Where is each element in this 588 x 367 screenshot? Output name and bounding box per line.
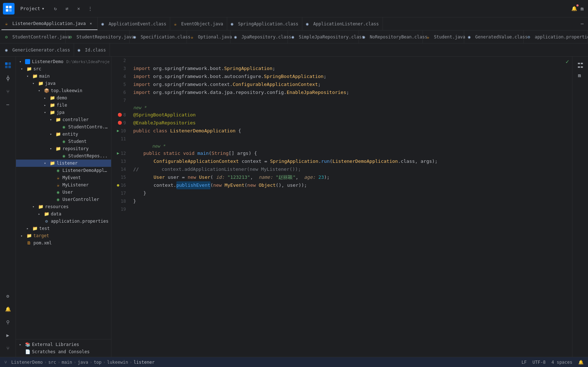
java-user-icon: ◉ (55, 189, 61, 195)
sidebar-git-icon[interactable]: ⑂ (2, 342, 14, 354)
tree-pom-xml[interactable]: ▸ 🗎 pom.xml (16, 239, 111, 247)
tree-listener[interactable]: ▾ 📁 listener (16, 160, 111, 167)
status-notifications[interactable]: 🔔 (577, 360, 585, 365)
tree-user-ctrl[interactable]: ▸ ◉ UserController (16, 196, 111, 203)
editor-content[interactable]: 2 3 4 5 6 7 (111, 57, 572, 357)
tree-entity[interactable]: ▾ 📁 entity (16, 131, 111, 138)
breadcrumb-src[interactable]: src (48, 360, 56, 365)
debug-gutter-8[interactable]: 🔴 (118, 111, 122, 119)
svg-rect-11 (25, 59, 30, 64)
tree-student-repo[interactable]: ▸ ◉ StudentRepos... (16, 152, 111, 160)
project-icon (25, 59, 30, 65)
tree-repository[interactable]: ▾ 📁 repository (16, 145, 111, 152)
tab-app-event[interactable]: ◉ ApplicationEvent.class (98, 17, 170, 30)
tab-student[interactable]: ☕ Student.java (423, 30, 464, 43)
tab-generic-gen[interactable]: ◉ GenericGenerator.class (1, 44, 74, 56)
tree-main[interactable]: ▾ 📁 main (16, 73, 111, 80)
run-gutter-10[interactable]: ▶ (117, 127, 119, 135)
sidebar-commit-icon[interactable] (2, 73, 14, 84)
project-title[interactable]: Project ▾ (17, 4, 48, 13)
tab-specification[interactable]: ◉ Specification.class (130, 30, 187, 43)
tree-scratches[interactable]: ▸ 📄 Scratches and Consoles (16, 348, 111, 355)
tree-app-props[interactable]: ▸ ⚙ application.properties (16, 218, 111, 225)
tab-app-props[interactable]: ⚙ application.properties (524, 30, 588, 43)
tab-student-ctrl[interactable]: ⚙ StudentController.java (1, 30, 66, 43)
tab-no-repo-bean[interactable]: ◉ NoRepositoryBean.class (359, 30, 423, 43)
tree-target[interactable]: ▸ 📁 target (16, 232, 111, 239)
tab-spring-app[interactable]: ◉ SpringApplication.class (227, 17, 302, 30)
run-gutter-12[interactable]: ▶ (117, 149, 119, 157)
breadcrumb-project[interactable]: ListenerDemo (11, 360, 43, 365)
code-line-16: context.publishEvent(new MyEvent(new Obj… (130, 181, 572, 189)
debug-gutter-9[interactable]: 🔴 (118, 119, 122, 127)
project-tree-content: ▾ ListenerDemo D:\Works\IdeaProje ▾ 📁 sr… (16, 57, 111, 339)
tab-listener-demo-app[interactable]: ☕ ListenerDemoApplication.java ✕ (1, 17, 98, 30)
sidebar-project-icon[interactable] (2, 59, 14, 71)
tab-generated-value[interactable]: ◉ GeneratedValue.class (464, 30, 524, 43)
status-git-icon[interactable]: ⑂ (3, 360, 8, 365)
status-breadcrumb: ListenerDemo › src › main › java › top ›… (11, 360, 155, 365)
tree-ext-libs[interactable]: ▸ 📚 External Libraries (16, 341, 111, 348)
breadcrumb-main[interactable]: main (62, 360, 72, 365)
sidebar-branch-icon[interactable]: ⑂ (2, 86, 14, 97)
bookmark-gutter-16[interactable]: ● (117, 181, 119, 189)
sidebar-more-icon[interactable]: ⋯ (2, 99, 14, 110)
tree-user[interactable]: ▸ ◉ User (16, 189, 111, 196)
sync-button[interactable]: ⇄ (62, 4, 72, 14)
breadcrumb-top[interactable]: top (94, 360, 102, 365)
class-file-icon-3: ◉ (306, 21, 311, 26)
tree-controller[interactable]: ▾ 📁 controller (16, 116, 111, 123)
tab-close-icon[interactable]: ✕ (88, 21, 94, 26)
tab-simple-jpa[interactable]: ◉ SimpleJpaRepository.class (288, 30, 359, 43)
line-17: 17 (121, 189, 126, 197)
tree-demo[interactable]: ▸ 📁 demo (16, 94, 111, 102)
status-encoding[interactable]: UTF-8 (531, 360, 547, 365)
breadcrumb-java[interactable]: java (78, 360, 88, 365)
tree-student-ctrl[interactable]: ▸ ◉ StudentContro... (16, 123, 111, 131)
tree-my-listener[interactable]: ▸ ☕ MyListener (16, 181, 111, 189)
tab-bar-row2: ⚙ StudentController.java ⚙ StudentReposi… (0, 30, 588, 44)
tree-root[interactable]: ▾ ListenerDemo D:\Works\IdeaProje (16, 58, 111, 65)
tab-optional[interactable]: ☕ Optional.java (187, 30, 230, 43)
tab-id[interactable]: ◉ Id.class (74, 44, 110, 56)
line-13: 13 (121, 157, 126, 165)
tree-data[interactable]: ▸ 📁 data (16, 210, 111, 218)
class-file-icon-7: ◉ (363, 34, 368, 40)
bell-status-icon: 🔔 (578, 360, 584, 365)
status-indent[interactable]: 4 spaces (550, 360, 574, 365)
notification-icon[interactable]: 🔔 (569, 4, 579, 14)
code-lines: import org.springframework.boot.SpringAp… (130, 57, 572, 357)
more-button[interactable]: ⋮ (85, 4, 95, 14)
tree-jpa[interactable]: ▾ 📁 jpa (16, 109, 111, 116)
tree-java[interactable]: ▾ 📁 java (16, 80, 111, 87)
tree-student[interactable]: ▸ ◉ Student (16, 138, 111, 145)
user-avatar: m (581, 6, 585, 12)
tab-jpa-repo[interactable]: ◉ JpaRepository.class (230, 30, 288, 43)
status-line-ending[interactable]: LF (520, 360, 528, 365)
svg-point-8 (7, 77, 9, 79)
class-file-icon: ◉ (101, 21, 106, 26)
code-line-19 (130, 205, 572, 213)
sidebar-run-icon[interactable]: ▶ (2, 329, 14, 341)
folder-target-icon: 📁 (26, 233, 32, 239)
tree-top-lukeewin[interactable]: ▾ 📦 top.lukeewin (16, 87, 111, 94)
tree-src[interactable]: ▾ 📁 src (16, 65, 111, 73)
close-window-button[interactable]: ✕ (74, 4, 84, 14)
refresh-button[interactable]: ↻ (50, 4, 61, 14)
code-line-8: @SpringBootApplication (130, 111, 572, 119)
tree-test[interactable]: ▸ 📁 test (16, 225, 111, 232)
tree-listener-demo-app[interactable]: ▸ ◉ ListenerDemoApplic... (16, 167, 111, 174)
breadcrumb-listener[interactable]: listener (134, 360, 155, 365)
breadcrumb-lukeewin[interactable]: lukeewin (107, 360, 128, 365)
sidebar-search-icon[interactable]: ⚲ (2, 316, 14, 328)
tab-student-repo[interactable]: ⚙ StudentRepository.java (66, 30, 130, 43)
tab-app-listener[interactable]: ◉ ApplicationListener.class (302, 17, 383, 30)
tree-my-event[interactable]: ▸ ☕ MyEvent (16, 174, 111, 181)
tree-resources[interactable]: ▾ 📁 resources (16, 203, 111, 210)
right-structure-icon[interactable] (575, 59, 586, 71)
sidebar-settings-icon[interactable]: ⚙ (2, 290, 14, 302)
more-tabs-button[interactable]: ⋯ (576, 17, 588, 30)
tab-event-object[interactable]: ☕ EventObject.java (170, 17, 227, 30)
sidebar-notifications-icon[interactable]: 🔔 (2, 303, 14, 315)
tree-file[interactable]: ▸ 📁 file (16, 102, 111, 109)
